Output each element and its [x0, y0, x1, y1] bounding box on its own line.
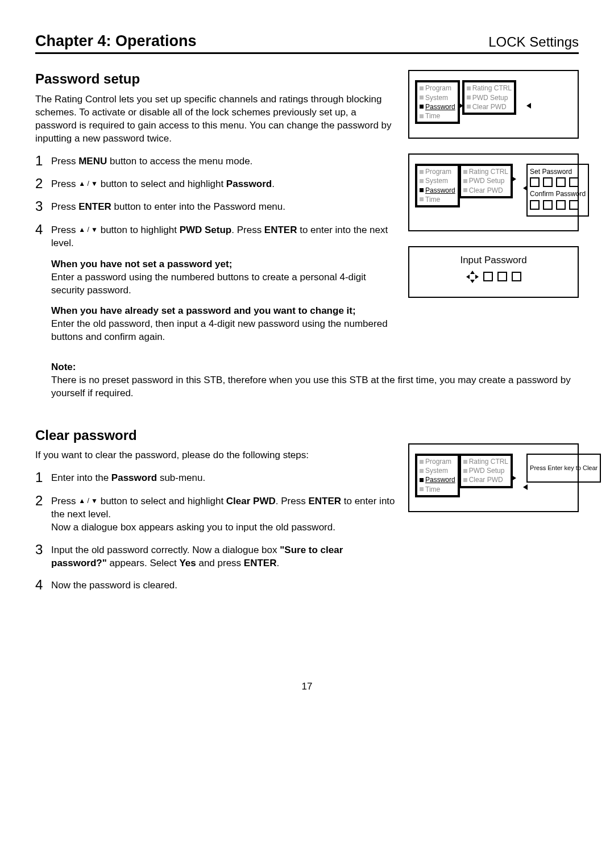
password-setup-desc: The Rating Control lets you set up speci… [35, 93, 397, 146]
four-arrows-icon [466, 271, 479, 283]
set-password-label: Set Password [530, 167, 586, 176]
up-down-icon: ▲ / ▼ [78, 225, 98, 234]
svg-marker-2 [466, 275, 470, 279]
page-header: Chapter 4: Operations LOCK Settings [35, 31, 579, 54]
right-arrow-icon [459, 103, 463, 109]
clear-password-desc: If you want to clear the password, pleas… [35, 449, 397, 462]
note-body: There is no preset password in this STB,… [51, 374, 579, 400]
clear-step-4: 4 Now the password is cleared. [35, 578, 397, 592]
figure-input-password: Input Password [408, 246, 579, 298]
step-num: 2 [35, 176, 51, 191]
password-setup-heading: Password setup [35, 70, 397, 88]
clear-step-3: 3 Input the old password correctly. Now … [35, 542, 397, 570]
left-arrow-icon [512, 484, 528, 490]
svg-marker-1 [470, 280, 475, 283]
step-3: 3 Press ENTER button to enter into the P… [35, 199, 397, 214]
clear-step-1: 1 Enter into the Password sub-menu. [35, 470, 397, 485]
step-num: 3 [35, 199, 51, 214]
left-arrow-icon [512, 185, 528, 191]
step-num: 4 [35, 222, 51, 344]
page-number: 17 [35, 680, 579, 693]
step-4: 4 Press ▲ / ▼ button to highlight PWD Se… [35, 222, 397, 344]
note-head: Note: [51, 361, 579, 374]
up-down-icon: ▲ / ▼ [78, 179, 98, 188]
figure-menu-2: Program System Password Time Rating CTRL… [408, 153, 579, 231]
sub-change-head: When you have already set a password and… [51, 305, 397, 318]
up-down-icon: ▲ / ▼ [78, 496, 98, 505]
right-arrow-icon [512, 475, 516, 481]
right-arrow-icon [512, 176, 516, 182]
confirm-password-label: Confirm Password [530, 189, 586, 198]
note-block: Note: There is no preset password in thi… [51, 361, 579, 400]
chapter-title: Chapter 4: Operations [35, 31, 197, 51]
svg-marker-3 [475, 275, 479, 279]
figure-clear-menu: Program System Password Time Rating CTRL… [408, 443, 579, 512]
step-1: 1 Press MENU button to access the menu m… [35, 153, 397, 168]
press-enter-prompt: Press Enter key to Clear [526, 454, 601, 483]
figure-menu-1: Program System Password Time Rating CTRL… [408, 70, 579, 139]
clear-password-heading: Clear password [35, 426, 397, 445]
sub-change-body: Enter the old password, then input a 4-d… [51, 318, 397, 344]
left-arrow-icon [515, 103, 531, 109]
input-password-label: Input Password [423, 254, 564, 267]
svg-marker-0 [470, 271, 475, 274]
section-title: LOCK Settings [488, 33, 579, 51]
sub-notset-head: When you have not set a password yet; [51, 258, 397, 271]
step-2: 2 Press ▲ / ▼ button to select and highl… [35, 176, 397, 191]
clear-step-2: 2 Press ▲ / ▼ button to select and highl… [35, 493, 397, 534]
step-num: 1 [35, 153, 51, 168]
sub-notset-body: Enter a password using the numbered butt… [51, 271, 397, 297]
